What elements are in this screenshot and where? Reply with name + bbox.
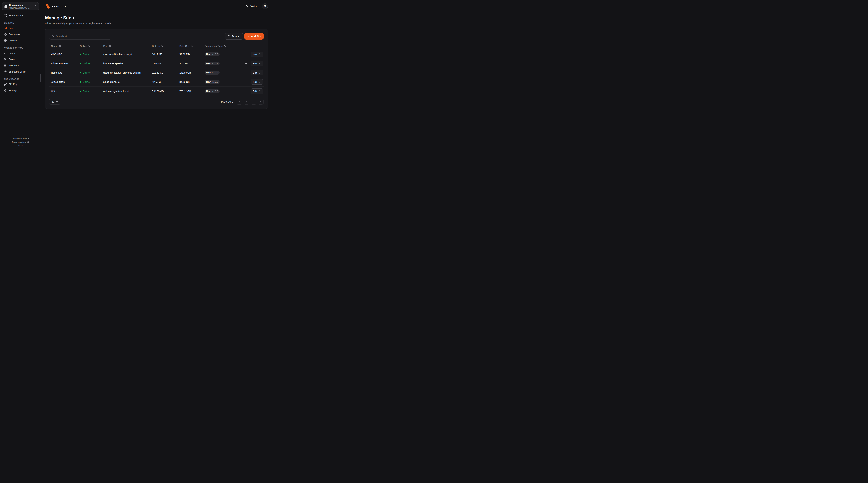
cell-connection-type: Newtv1.3.2 (203, 71, 240, 74)
connection-type-badge: Newtv1.3.2 (205, 62, 220, 65)
sidebar-item-label: Settings (9, 89, 17, 92)
sidebar-item-sites[interactable]: Sites (2, 25, 39, 31)
arrow-right-icon (258, 62, 261, 65)
brand: PANGOLIN (45, 4, 66, 9)
avatar-initial: M (264, 5, 266, 8)
plus-icon (247, 35, 250, 38)
cell-name: AWS VPC (49, 53, 78, 56)
arrow-right-icon (258, 53, 261, 56)
row-menu-button[interactable] (244, 80, 248, 84)
edit-button[interactable]: Edit (251, 52, 263, 57)
cell-data-in: 5.00 MB (150, 62, 178, 65)
previous-page-button[interactable] (244, 99, 249, 105)
sidebar-item-domains[interactable]: Domains (2, 38, 39, 43)
sidebar-item-resources[interactable]: Resources (2, 31, 39, 37)
sidebar-item-label: Server Admin (9, 14, 23, 17)
edit-button[interactable]: Edit (251, 79, 263, 85)
column-header-connection-type[interactable]: Connection Type (203, 45, 240, 47)
sidebar-item-label: Shareable Links (9, 70, 26, 73)
sidebar-item-label: API Keys (9, 83, 19, 86)
row-menu-button[interactable] (244, 61, 248, 66)
sites-card: Refresh Add Site Name Online (45, 29, 268, 109)
app-version: v1.7.0 (18, 145, 23, 147)
avatar[interactable]: M (262, 3, 268, 9)
sidebar-item-invitations[interactable]: Invitations (2, 63, 39, 68)
cell-name: Home Lab (49, 71, 78, 74)
sidebar-item-label: Users (9, 52, 15, 54)
edit-button[interactable]: Edit (251, 61, 263, 66)
row-menu-button[interactable] (244, 89, 248, 93)
pangolin-logo-icon (45, 4, 50, 9)
documentation-link[interactable]: Documentation (12, 141, 29, 143)
refresh-button[interactable]: Refresh (225, 33, 243, 39)
sidebar-item-server-admin[interactable]: Server Admin (2, 13, 39, 19)
column-header-name[interactable]: Name (49, 45, 78, 47)
cell-online: Online (78, 62, 101, 65)
external-link-icon (28, 137, 30, 139)
column-header-online[interactable]: Online (78, 45, 101, 47)
sidebar-item-api-keys[interactable]: API Keys (2, 82, 39, 87)
first-page-button[interactable] (237, 99, 242, 105)
cell-site: dead-san-joaquin-antelope-squirrel (101, 71, 150, 74)
search-input[interactable] (56, 35, 109, 38)
moon-icon (246, 5, 248, 8)
sidebar-item-users[interactable]: Users (2, 50, 39, 56)
combine-icon (4, 27, 7, 30)
pagination: 20 Page 1 of 1 (49, 99, 264, 105)
cell-online: Online (78, 71, 101, 74)
users-icon (4, 58, 7, 61)
cell-data-in: 534.98 GB (150, 90, 178, 93)
building-icon (4, 5, 7, 8)
table-row: Edge Device 01 Online fortunate-cape-fox… (49, 59, 264, 68)
arrow-right-icon (258, 71, 261, 74)
connection-type-badge: Newtv1.3.2 (205, 71, 220, 74)
server-icon (4, 14, 7, 17)
column-header-data-out[interactable]: Data Out (178, 45, 203, 47)
row-menu-button[interactable] (244, 52, 248, 56)
sidebar-item-shareable-links[interactable]: Shareable Links (2, 69, 39, 74)
add-site-button[interactable]: Add Site (244, 33, 264, 39)
sidebar-item-settings[interactable]: Settings (2, 88, 39, 93)
sidebar-item-label: Roles (9, 58, 15, 61)
row-menu-button[interactable] (244, 71, 248, 75)
table-row: Office Online welcome-giant-mole-rat 534… (49, 87, 264, 96)
page-size-select[interactable]: 20 (49, 99, 60, 105)
book-open-icon (27, 141, 29, 143)
online-status-dot (80, 63, 81, 64)
sidebar-item-label: Invitations (9, 64, 19, 67)
link-icon (4, 70, 7, 73)
cell-site: vivacious-little-blue-penguin (101, 53, 150, 56)
section-title-access-control: ACCESS CONTROL (4, 47, 37, 49)
org-selector[interactable]: Organization milo@fossorial.io's ... (2, 2, 39, 10)
cell-data-in: 12.65 GB (150, 80, 178, 83)
cell-name: Office (49, 90, 78, 93)
community-edition-link[interactable]: Community Edition (10, 137, 30, 139)
sort-icon (88, 45, 90, 47)
refresh-icon (227, 35, 230, 38)
sidebar-item-roles[interactable]: Roles (2, 56, 39, 62)
arrow-right-icon (258, 81, 261, 83)
waypoints-icon (4, 33, 7, 36)
main-content: PANGOLIN System M Manage Sites Allow con… (41, 0, 272, 149)
sort-icon (190, 45, 193, 47)
cell-online: Online (78, 53, 101, 56)
page-indicator: Page 1 of 1 (221, 100, 234, 103)
cell-data-out: 34.80 GB (178, 80, 203, 83)
sidebar-scrollbar[interactable] (40, 73, 41, 82)
last-page-button[interactable] (258, 99, 264, 105)
column-header-site[interactable]: Site (101, 45, 150, 47)
column-header-data-in[interactable]: Data In (150, 45, 178, 47)
globe-icon (4, 39, 7, 42)
next-page-button[interactable] (251, 99, 256, 105)
cell-data-out: 141.68 GB (178, 71, 203, 74)
cell-connection-type: Newtv1.3.2 (203, 89, 240, 93)
chevrons-up-down-icon (34, 5, 37, 7)
online-status-dot (80, 81, 81, 83)
edit-button[interactable]: Edit (251, 89, 263, 94)
edit-button[interactable]: Edit (251, 70, 263, 75)
cell-data-in: 112.42 GB (150, 71, 178, 74)
cell-online: Online (78, 80, 101, 83)
brand-name: PANGOLIN (52, 5, 66, 8)
theme-toggle[interactable]: System (246, 5, 258, 8)
sort-icon (109, 45, 111, 47)
